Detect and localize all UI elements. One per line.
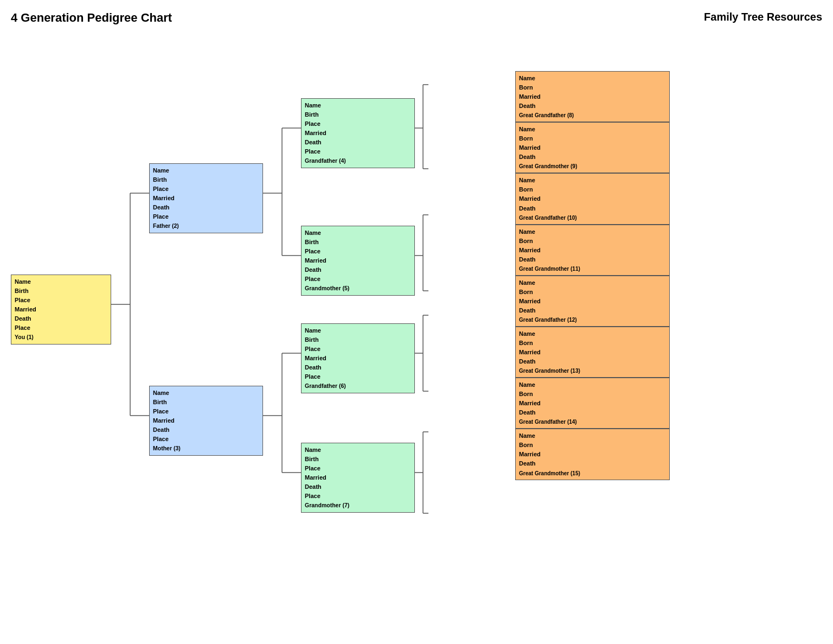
grandfather6-box[interactable]: NameBirthPlaceMarriedDeathPlace Grandfat…	[301, 323, 415, 393]
gg9-fields: NameBornMarriedDeath	[519, 125, 666, 162]
mother-box[interactable]: NameBirthPlaceMarriedDeathPlace Mother (…	[149, 386, 263, 456]
gg9-box[interactable]: NameBornMarriedDeath Great Grandmother (…	[515, 122, 670, 173]
grandmother7-box[interactable]: NameBirthPlaceMarriedDeathPlace Grandmot…	[301, 443, 415, 513]
father-box[interactable]: NameBirthPlaceMarriedDeathPlace Father (…	[149, 163, 263, 233]
you-box[interactable]: NameBirthPlaceMarriedDeathPlace You (1)	[11, 275, 111, 345]
father-fields: NameBirthPlaceMarriedDeathPlace	[153, 166, 259, 221]
gf6-label: Grandfather (6)	[305, 382, 411, 391]
gg15-box[interactable]: NameBornMarriedDeath Great Grandmother (…	[515, 429, 670, 480]
gg9-label: Great Grandmother (9)	[519, 162, 666, 170]
gg10-box[interactable]: NameBornMarriedDeath Great Grandfather (…	[515, 173, 670, 224]
grandfather4-box[interactable]: NameBirthPlaceMarriedDeathPlace Grandfat…	[301, 98, 415, 168]
gg14-box[interactable]: NameBornMarriedDeath Great Grandfather (…	[515, 378, 670, 429]
gg13-fields: NameBornMarriedDeath	[519, 329, 666, 366]
gg11-fields: NameBornMarriedDeath	[519, 227, 666, 264]
resources-title: Family Tree Resources	[704, 11, 822, 23]
gm5-fields: NameBirthPlaceMarriedDeathPlace	[305, 228, 411, 284]
gg11-label: Great Grandmother (11)	[519, 265, 666, 273]
gm7-label: Grandmother (7)	[305, 501, 411, 510]
gg12-label: Great Grandfather (12)	[519, 316, 666, 324]
gg10-label: Great Grandfather (10)	[519, 214, 666, 222]
gm7-fields: NameBirthPlaceMarriedDeathPlace	[305, 445, 411, 501]
mother-label: Mother (3)	[153, 444, 259, 453]
gg8-label: Great Grandfather (8)	[519, 111, 666, 119]
gg14-label: Great Grandfather (14)	[519, 418, 666, 426]
gg12-box[interactable]: NameBornMarriedDeath Great Grandfather (…	[515, 276, 670, 327]
gm5-label: Grandmother (5)	[305, 284, 411, 293]
you-label: You (1)	[15, 333, 107, 342]
gf6-fields: NameBirthPlaceMarriedDeathPlace	[305, 326, 411, 381]
grandmother5-box[interactable]: NameBirthPlaceMarriedDeathPlace Grandmot…	[301, 226, 415, 296]
pedigree-chart: NameBirthPlaceMarriedDeathPlace You (1) …	[11, 41, 499, 568]
gg8-box[interactable]: NameBornMarriedDeath Great Grandfather (…	[515, 71, 670, 122]
mother-fields: NameBirthPlaceMarriedDeathPlace	[153, 388, 259, 444]
gg13-box[interactable]: NameBornMarriedDeath Great Grandmother (…	[515, 327, 670, 378]
gg11-box[interactable]: NameBornMarriedDeath Great Grandmother (…	[515, 225, 670, 276]
father-label: Father (2)	[153, 222, 259, 231]
gg15-fields: NameBornMarriedDeath	[519, 431, 666, 468]
gg15-label: Great Grandmother (15)	[519, 469, 666, 477]
gg13-label: Great Grandmother (13)	[519, 367, 666, 375]
gg14-fields: NameBornMarriedDeath	[519, 380, 666, 417]
gf4-fields: NameBirthPlaceMarriedDeathPlace	[305, 101, 411, 156]
main-title: 4 Generation Pedigree Chart	[11, 11, 172, 25]
you-fields: NameBirthPlaceMarriedDeathPlace	[15, 277, 107, 333]
gf4-label: Grandfather (4)	[305, 157, 411, 165]
gg12-fields: NameBornMarriedDeath	[519, 278, 666, 315]
resources-panel: NameBornMarriedDeath Great Grandfather (…	[515, 41, 716, 480]
gg10-fields: NameBornMarriedDeath	[519, 176, 666, 213]
gg8-fields: NameBornMarriedDeath	[519, 74, 666, 111]
